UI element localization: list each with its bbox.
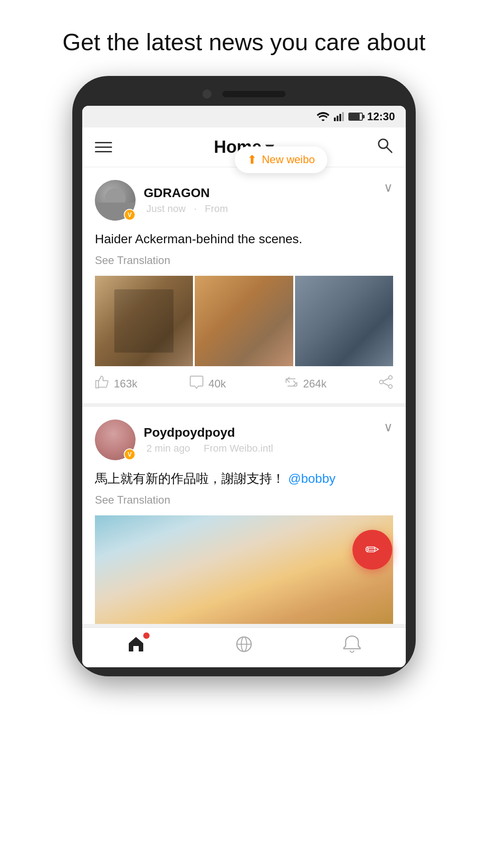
phone-top-bar: [82, 90, 406, 99]
status-bar: 12:30: [82, 106, 406, 127]
compose-button[interactable]: ✏: [352, 530, 392, 570]
page-headline: Get the latest news you care about: [26, 0, 462, 76]
battery-icon: [348, 113, 363, 121]
share-icon: [379, 375, 393, 392]
post-2-username: Poydpoydpoyd: [144, 425, 276, 440]
feed: ⬆ New weibo V GDRAGON: [82, 167, 406, 627]
phone-camera: [202, 90, 211, 99]
post-1-share-button[interactable]: [379, 375, 393, 392]
post-1-see-translation[interactable]: See Translation: [95, 254, 393, 267]
post-1-user: V GDRAGON Just now · From: [95, 180, 231, 221]
post-1-image-1[interactable]: [95, 276, 193, 366]
post-1-comment-button[interactable]: 40k: [189, 375, 284, 392]
home-notification-dot: [143, 632, 150, 639]
post-1-repost-count: 264k: [303, 377, 327, 390]
post-2-user: V Poydpoydpoyd 2 min ago From Weibo.intl: [95, 420, 276, 460]
svg-line-9: [383, 378, 389, 381]
bottom-nav: [82, 627, 406, 667]
post-1-image-grid: [95, 276, 393, 366]
svg-rect-2: [339, 114, 341, 121]
new-weibo-label: New weibo: [262, 153, 314, 166]
notification-icon: [342, 634, 362, 658]
compose-icon: ✏: [365, 541, 380, 558]
post-2-image[interactable]: [95, 515, 393, 624]
post-2-more-button[interactable]: ∨: [384, 420, 393, 434]
post-2-avatar-container: V: [95, 420, 136, 460]
repost-icon: [284, 375, 299, 392]
post-1-time: Just now: [146, 203, 186, 214]
svg-rect-1: [337, 116, 338, 121]
post-1: V GDRAGON Just now · From ∨ Ha: [82, 167, 406, 407]
svg-rect-0: [334, 118, 336, 121]
post-2-text: 馬上就有新的作品啦，謝謝支持！: [95, 472, 285, 486]
post-2-verified-badge: V: [124, 448, 136, 460]
post-1-image-2[interactable]: [195, 276, 293, 366]
post-1-like-button[interactable]: 163k: [95, 375, 189, 392]
post-1-comment-count: 40k: [208, 377, 226, 390]
post-1-verified-badge: V: [124, 209, 136, 221]
post-2: V Poydpoydpoyd 2 min ago From Weibo.intl…: [82, 407, 406, 627]
post-1-user-info: GDRAGON Just now · From: [144, 186, 231, 215]
post-2-image-content: [95, 515, 393, 624]
nav-notifications-button[interactable]: [342, 634, 362, 658]
status-icons: 12:30: [317, 110, 395, 123]
post-1-content: Haider Ackerman-behind the scenes.: [95, 230, 393, 249]
post-2-header: V Poydpoydpoyd 2 min ago From Weibo.intl…: [95, 420, 393, 460]
new-weibo-toast[interactable]: ⬆ New weibo: [235, 146, 327, 173]
post-2-meta: 2 min ago From Weibo.intl: [144, 443, 276, 454]
svg-point-6: [389, 376, 392, 379]
svg-line-10: [383, 383, 389, 386]
post-1-like-count: 163k: [114, 377, 137, 390]
phone-screen: 12:30 Home ⬆ New weibo: [82, 106, 406, 667]
svg-rect-3: [342, 112, 344, 121]
post-2-content: 馬上就有新的作品啦，謝謝支持！ @bobby: [95, 469, 393, 488]
post-1-header: V GDRAGON Just now · From ∨: [95, 180, 393, 221]
home-icon: [126, 634, 146, 658]
signal-icon: [334, 112, 344, 121]
nav-home-button[interactable]: [126, 634, 146, 658]
comment-icon: [189, 375, 204, 392]
search-button[interactable]: [376, 137, 393, 158]
discover-icon: [234, 634, 254, 658]
post-2-user-info: Poydpoydpoyd 2 min ago From Weibo.intl: [144, 425, 276, 454]
phone-speaker: [222, 91, 286, 97]
post-2-see-translation[interactable]: See Translation: [95, 494, 393, 506]
post-1-repost-button[interactable]: 264k: [284, 375, 379, 392]
post-1-username: GDRAGON: [144, 186, 231, 200]
post-1-avatar-container: V: [95, 180, 136, 221]
wifi-icon: [317, 112, 329, 121]
post-1-separator: ·: [194, 203, 197, 214]
post-1-source: From: [205, 203, 228, 214]
hamburger-button[interactable]: [95, 142, 112, 152]
post-2-mention[interactable]: @bobby: [288, 472, 336, 486]
svg-point-8: [389, 385, 392, 388]
svg-line-5: [386, 147, 392, 152]
post-2-time: 2 min ago: [146, 443, 190, 454]
post-1-more-button[interactable]: ∨: [384, 180, 393, 195]
post-2-source: From Weibo.intl: [204, 443, 273, 454]
new-weibo-arrow-icon: ⬆: [247, 153, 257, 167]
phone-shell: 12:30 Home ⬆ New weibo: [72, 76, 416, 676]
nav-discover-button[interactable]: [234, 634, 254, 658]
status-time: 12:30: [367, 110, 395, 123]
post-1-actions: 163k 40k: [95, 366, 393, 403]
like-icon: [95, 375, 109, 392]
post-1-image-3[interactable]: [295, 276, 393, 366]
post-1-meta: Just now · From: [144, 203, 231, 215]
svg-point-7: [380, 380, 383, 384]
